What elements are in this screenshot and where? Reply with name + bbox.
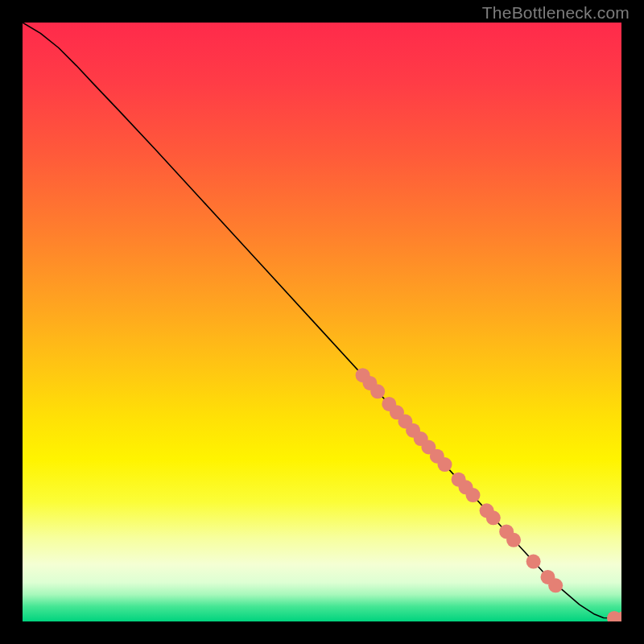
data-marker [438,457,452,472]
attribution-label: TheBottleneck.com [482,3,630,23]
chart-stage: TheBottleneck.com [0,0,644,644]
chart-svg [23,23,621,621]
gradient-background [23,23,621,621]
data-marker [486,510,501,525]
data-marker [548,578,563,592]
data-marker [526,555,541,569]
data-marker [506,533,521,547]
plot-area [23,23,621,621]
data-marker [370,384,385,398]
data-marker [465,488,480,502]
